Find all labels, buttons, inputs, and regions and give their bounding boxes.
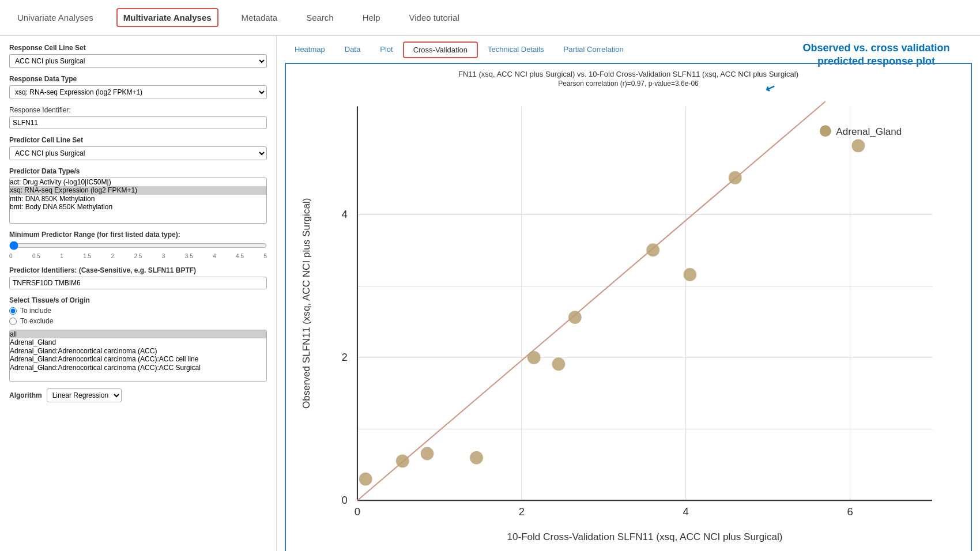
response-data-type-group: Response Data Type xsq: RNA-seq Expressi… [9,75,267,99]
response-data-type-select[interactable]: xsq: RNA-seq Expression (log2 FPKM+1) [9,85,267,99]
nav-help[interactable]: Help [357,9,386,26]
svg-text:6: 6 [847,505,853,518]
data-point [552,357,566,371]
left-panel: Response Cell Line Set ACC NCI plus Surg… [0,36,277,551]
to-include-label: To include [20,307,51,315]
predictor-data-types-label: Predictor Data Type/s [9,167,267,175]
annotation-text-line1: Observed vs. cross validation [802,42,949,54]
response-cell-line-set-label: Response Cell Line Set [9,44,267,52]
scatter-wrapper: 0 2 4 6 0 2 4 Observed SLFN11 (xsq, ACC … [292,90,965,550]
data-point [421,447,434,461]
tissue-radio-group: To include To exclude [9,307,267,325]
tab-technical-details[interactable]: Technical Details [478,41,554,58]
top-navigation: Univariate Analyses Multivariate Analyse… [0,0,980,36]
chart-subtitle: Pearson correlation (r)=0.97, p-value=3.… [558,80,698,88]
predictor-cell-line-set-group: Predictor Cell Line Set ACC NCI plus Sur… [9,136,267,160]
data-point [527,351,541,364]
predictor-identifiers-group: Predictor Identifiers: (Case-Sensitive, … [9,266,267,289]
predictor-cell-line-set-select[interactable]: ACC NCI plus Surgical [9,146,267,160]
range-labels: 0 0.5 1 1.5 2 2.5 3 3.5 4 4.5 5 [9,253,267,259]
data-point [396,454,409,467]
data-point [683,268,696,281]
min-predictor-range-label: Minimum Predictor Range (for first liste… [9,231,267,239]
min-predictor-range-group: Minimum Predictor Range (for first liste… [9,231,267,259]
select-tissue-group: Select Tissue/s of Origin To include To … [9,296,267,382]
main-layout: Response Cell Line Set ACC NCI plus Surg… [0,36,980,551]
tab-plot[interactable]: Plot [370,41,402,58]
data-point [851,139,865,152]
response-cell-line-set-group: Response Cell Line Set ACC NCI plus Surg… [9,44,267,68]
min-predictor-range-slider[interactable] [9,241,267,250]
predictor-identifiers-input[interactable] [9,277,267,289]
to-exclude-radio-item[interactable]: To exclude [9,317,267,325]
legend-dot [820,125,831,137]
tab-cross-validation[interactable]: Cross-Validation [403,41,478,58]
response-identifier-group: Response Identifier: [9,106,267,129]
select-tissue-label: Select Tissue/s of Origin [9,296,267,304]
data-point [729,171,742,184]
data-point [359,473,372,486]
predictor-cell-line-set-label: Predictor Cell Line Set [9,136,267,144]
response-cell-line-set-select[interactable]: ACC NCI plus Surgical [9,54,267,68]
tab-data[interactable]: Data [335,41,370,58]
predictor-data-types-select[interactable]: act: Drug Activity (-log10|IC50M|) xsq: … [9,178,267,224]
svg-text:4: 4 [342,208,348,220]
svg-text:2: 2 [342,351,348,363]
nav-multivariate[interactable]: Multivariate Analyses [116,8,218,27]
chart-title: FN11 (xsq, ACC NCI plus Surgical) vs. 10… [458,70,798,78]
response-identifier-input[interactable] [9,116,267,129]
to-exclude-label: To exclude [20,317,53,325]
svg-text:2: 2 [519,505,525,518]
svg-text:10-Fold Cross-Validation SLFN1: 10-Fold Cross-Validation SLFN11 (xsq, AC… [507,531,782,542]
algorithm-select[interactable]: Linear Regression [47,388,122,402]
tissue-origin-select[interactable]: all Adrenal_Gland Adrenal_Gland:Adrenoco… [9,330,267,382]
to-include-radio-item[interactable]: To include [9,307,267,315]
svg-text:0: 0 [342,494,348,506]
legend-label: Adrenal_Gland [836,126,902,137]
nav-univariate[interactable]: Univariate Analyses [12,9,99,26]
svg-text:4: 4 [683,505,689,518]
to-exclude-radio[interactable] [9,318,17,325]
data-point [470,451,483,465]
chart-area: FN11 (xsq, ACC NCI plus Surgical) vs. 10… [285,63,972,551]
right-panel: Observed vs. cross validation predicted … [277,36,980,551]
algorithm-group: Algorithm Linear Regression [9,388,267,402]
algorithm-label: Algorithm [9,391,42,399]
predictor-identifiers-label: Predictor Identifiers: (Case-Sensitive, … [9,266,267,274]
tab-heatmap[interactable]: Heatmap [285,41,335,58]
range-container: 0 0.5 1 1.5 2 2.5 3 3.5 4 4.5 5 [9,241,267,259]
predictor-data-types-group: Predictor Data Type/s act: Drug Activity… [9,167,267,224]
svg-text:Observed SLFN11 (xsq, ACC NCI : Observed SLFN11 (xsq, ACC NCI plus Surgi… [301,198,312,409]
data-point [646,243,659,256]
data-point [568,311,582,324]
response-data-type-label: Response Data Type [9,75,267,83]
svg-line-20 [357,101,826,500]
scatter-svg: 0 2 4 6 0 2 4 Observed SLFN11 (xsq, ACC … [292,90,965,550]
svg-text:0: 0 [355,505,360,518]
nav-search[interactable]: Search [300,9,340,26]
response-identifier-label: Response Identifier: [9,106,267,114]
to-include-radio[interactable] [9,307,17,315]
tab-partial-correlation[interactable]: Partial Correlation [554,41,634,58]
nav-video-tutorial[interactable]: Video tutorial [404,9,465,26]
nav-metadata[interactable]: Metadata [236,9,284,26]
